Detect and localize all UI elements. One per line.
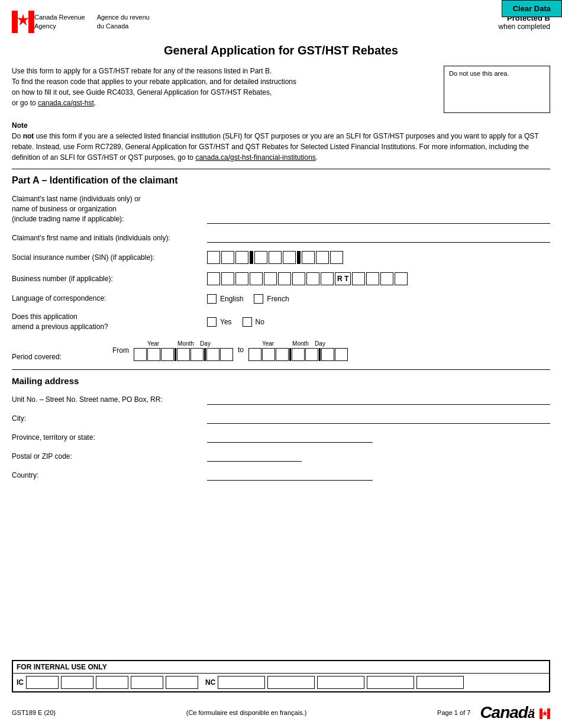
ic-box-3[interactable] (96, 676, 128, 689)
from-sep-2 (204, 348, 206, 361)
postal-input[interactable] (207, 451, 302, 462)
agency-name: Canada Revenue Agency (34, 13, 85, 31)
to-month-1[interactable] (292, 348, 305, 361)
from-year-2[interactable] (147, 348, 160, 361)
nc-box-2[interactable] (267, 676, 315, 689)
intro-section: Use this form to apply for a GST/HST reb… (12, 66, 550, 113)
intro-text: Use this form to apply for a GST/HST reb… (12, 66, 434, 113)
ic-box-4[interactable] (131, 676, 163, 689)
sin-box-2[interactable] (221, 251, 234, 264)
sin-row: Social insurance number (SIN) (if applic… (12, 251, 550, 264)
province-input[interactable] (207, 432, 373, 443)
part-a-heading: Part A – Identification of the claimant (12, 175, 550, 186)
sin-box-3[interactable] (235, 251, 248, 264)
to-year-2[interactable] (262, 348, 275, 361)
country-input[interactable] (207, 470, 373, 481)
bn-box-3[interactable] (235, 272, 248, 285)
to-year-3[interactable] (276, 348, 289, 361)
nc-box-1[interactable] (218, 676, 265, 689)
country-label: Country: (12, 471, 201, 481)
sin-box-6[interactable] (283, 251, 296, 264)
no-option: No (243, 317, 264, 327)
bn-box-9[interactable] (321, 272, 334, 285)
period-row: Period covered: From Year Month Day (12, 340, 550, 361)
sin-box-7[interactable] (302, 251, 315, 264)
ic-box-5[interactable] (166, 676, 198, 689)
to-month-2[interactable] (305, 348, 318, 361)
ic-box-1[interactable] (26, 676, 59, 689)
page-title: General Application for GST/HST Rebates (12, 44, 550, 57)
footer-french-note: (Ce formulaire est disponible en françai… (56, 709, 437, 716)
from-day-2[interactable] (220, 348, 233, 361)
from-year-1[interactable] (134, 348, 147, 361)
language-row: Language of correspondence: English Fren… (12, 294, 550, 304)
from-year-3[interactable] (161, 348, 174, 361)
nc-box-5[interactable] (416, 676, 464, 689)
sin-box-1[interactable] (207, 251, 220, 264)
bn-box-4[interactable] (250, 272, 263, 285)
to-year-1[interactable] (248, 348, 261, 361)
bn-box-7[interactable] (292, 272, 305, 285)
no-label: No (256, 318, 264, 326)
french-option: French (254, 294, 289, 304)
sin-box-8[interactable] (316, 251, 329, 264)
bn-row: Business number (if applicable): R T (12, 272, 550, 285)
to-day-2[interactable] (335, 348, 348, 361)
gst-hst-link[interactable]: canada.ca/gst-hst (38, 99, 94, 107)
logo-area: Canada Revenue Agency Agence du revenu d… (12, 11, 150, 33)
last-name-input[interactable] (207, 213, 550, 224)
no-checkbox[interactable] (243, 317, 252, 327)
province-row: Province, territory or state: (12, 432, 550, 443)
amend-options: Yes No (207, 317, 264, 327)
sin-box-9[interactable] (330, 251, 343, 264)
note-section: Note Do not use this form if you are a s… (12, 120, 550, 163)
financial-institutions-link[interactable]: canada.ca/gst-hst-financial-institutions (195, 153, 315, 162)
bn-box-2[interactable] (221, 272, 234, 285)
first-name-input[interactable] (207, 232, 550, 243)
sin-box-4[interactable] (254, 251, 267, 264)
bn-box-6[interactable] (278, 272, 291, 285)
yes-checkbox[interactable] (207, 317, 217, 327)
rt-box-2[interactable] (366, 272, 379, 285)
amend-label: Does this application amend a previous a… (12, 312, 201, 332)
nc-box-4[interactable] (367, 676, 414, 689)
rt-box-1[interactable] (352, 272, 365, 285)
clear-data-button[interactable]: Clear Data (502, 0, 562, 17)
amend-row: Does this application amend a previous a… (12, 312, 550, 332)
language-options: English French (207, 294, 289, 304)
mailing-divider (12, 369, 550, 370)
city-input[interactable] (207, 413, 550, 424)
do-not-use-box: Do not use this area. (444, 66, 550, 113)
bn-box-1[interactable] (207, 272, 220, 285)
to-day-1[interactable] (321, 348, 334, 361)
to-sep-1 (289, 348, 291, 361)
from-day-1[interactable] (206, 348, 219, 361)
from-label: From (112, 346, 129, 355)
french-checkbox[interactable] (254, 294, 263, 304)
country-row: Country: (12, 470, 550, 481)
sin-box-5[interactable] (269, 251, 282, 264)
french-label: French (267, 295, 289, 303)
bn-box-5[interactable] (264, 272, 277, 285)
nc-box-3[interactable] (317, 676, 364, 689)
bn-label: Business number (if applicable): (12, 274, 201, 284)
from-month-2[interactable] (190, 348, 204, 361)
bn-box-8[interactable] (306, 272, 319, 285)
rt-box-4[interactable] (395, 272, 408, 285)
bn-boxes: R T (207, 272, 408, 285)
rt-box-3[interactable] (380, 272, 393, 285)
from-month-1[interactable] (177, 348, 190, 361)
canada-flag-icon (12, 11, 34, 33)
english-checkbox[interactable] (207, 294, 217, 304)
page-header: Canada Revenue Agency Agence du revenu d… (0, 5, 562, 33)
street-input[interactable] (207, 394, 550, 405)
internal-use-section: FOR INTERNAL USE ONLY IC NC (12, 660, 550, 692)
sin-sep-2 (297, 251, 301, 264)
footer-right: Page 1 of 7 Canadä (437, 703, 550, 722)
city-row: City: (12, 413, 550, 424)
ic-box-2[interactable] (61, 676, 93, 689)
to-sep-2 (319, 348, 321, 361)
english-label: English (220, 295, 243, 303)
internal-use-fields: IC NC (13, 674, 549, 691)
agency-name-fr: Agence du revenu du Canada (97, 13, 150, 31)
